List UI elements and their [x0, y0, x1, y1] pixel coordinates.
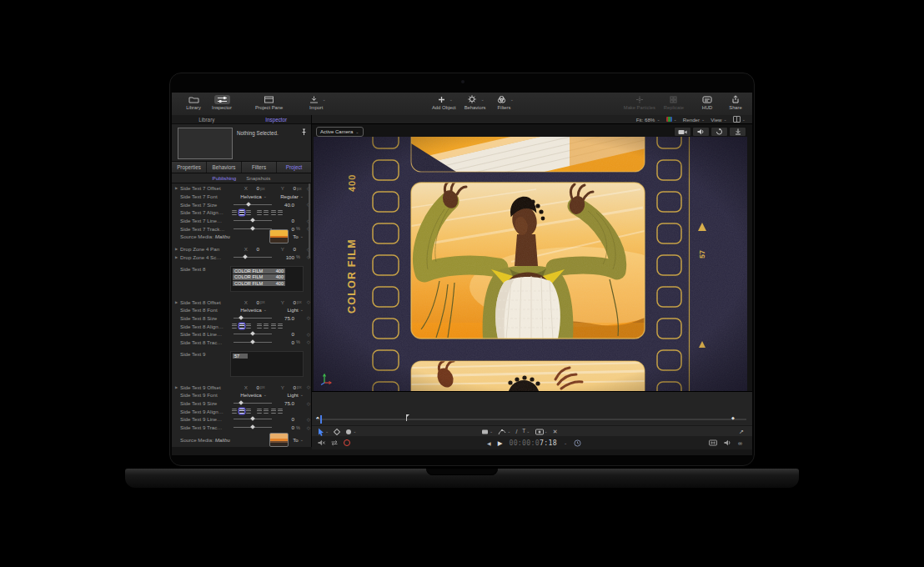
tab-behaviors[interactable]: Behaviors [207, 162, 242, 173]
font-weight-dropdown[interactable]: Light⌄ [267, 392, 304, 398]
timeline-track[interactable] [317, 419, 746, 420]
tab-properties[interactable]: Properties [172, 162, 207, 173]
download-button[interactable] [729, 127, 746, 137]
timecode-menu-chevron[interactable]: ⌄ [564, 441, 567, 445]
timecode-display[interactable]: 00:00:07:18 [509, 439, 557, 447]
keyframe-diamond[interactable]: ◇ [307, 339, 310, 344]
parameter-row[interactable]: Side Text 7 Align… [172, 208, 312, 217]
pin-icon[interactable] [301, 128, 307, 136]
camera-select-menu[interactable]: Active Camera⌄ [316, 127, 364, 137]
slider-value-field[interactable]: 0 [276, 339, 294, 345]
filters-button[interactable]: ⌄ Filters [494, 94, 514, 110]
tab-inspector[interactable]: Inspector [242, 117, 312, 123]
library-button[interactable]: Library [183, 94, 203, 110]
font-family-dropdown[interactable]: Helvetica⌄ [230, 307, 267, 313]
slider-knob[interactable] [250, 331, 255, 336]
slider[interactable] [234, 220, 272, 221]
parameter-row[interactable]: Side Text 9 Trac… 0 % [172, 424, 312, 432]
slider-knob[interactable] [247, 202, 252, 207]
align-right-icon[interactable] [246, 324, 251, 329]
parameter-row[interactable]: ▶ Side Text 7 Offset X0px Y0px [172, 184, 312, 193]
justify-last-right-icon[interactable] [271, 210, 276, 215]
parameter-row[interactable]: Side Text 9 Size 75.0 [172, 399, 312, 408]
parameter-row[interactable]: Side Text 8 Align… [172, 322, 312, 330]
slider-value-field[interactable]: 75.0 [276, 315, 294, 321]
text-entry-box[interactable]: COLOR FILM400COLOR FILM400COLOR FILM400 [230, 266, 304, 292]
align-center-icon[interactable] [239, 409, 244, 414]
delete-points-tool[interactable]: ✕ [553, 429, 558, 435]
parameter-row[interactable]: Side Text 7 Font Helvetica⌄ Regular⌄ [172, 193, 312, 201]
media-target-dropdown[interactable]: To⌄ [293, 437, 304, 443]
tab-library[interactable]: Library [172, 117, 242, 123]
render-dropdown[interactable]: Render⌄ [683, 117, 706, 123]
slider-value-field[interactable]: 75.0 [276, 400, 294, 406]
align-center-icon[interactable] [239, 210, 244, 215]
camera-orbit-tool[interactable]: ⌄ [345, 429, 356, 435]
loop-refresh-button[interactable] [711, 127, 728, 137]
slider[interactable] [234, 318, 272, 319]
align-center-icon[interactable] [239, 324, 244, 329]
parameter-row[interactable]: ▶ Drop Zone 4 Sc… 100 % [172, 253, 312, 262]
slider-knob[interactable] [250, 417, 255, 422]
slider[interactable] [234, 342, 272, 343]
parameter-row[interactable]: Side Text 8 Line… 0 [172, 330, 312, 339]
expand-timeline-icon[interactable]: ↗ [739, 429, 744, 435]
audio-button[interactable] [724, 439, 731, 446]
audio-button[interactable] [692, 127, 710, 137]
x-value-field[interactable]: 0 [249, 185, 259, 191]
slider-value-field[interactable]: 0 [276, 218, 294, 223]
justify-last-center-icon[interactable] [264, 210, 269, 215]
frame-browser-button[interactable] [709, 439, 717, 446]
previous-frame-button[interactable]: ◀ [487, 440, 491, 446]
text-entry-box[interactable]: 57 [230, 351, 304, 377]
adjust-anchor-tool[interactable] [334, 429, 340, 435]
tab-project[interactable]: Project [277, 162, 311, 173]
y-value-field[interactable]: 0 [286, 246, 296, 252]
project-pane-button[interactable]: Project Pane [255, 94, 283, 110]
camera-button[interactable] [674, 127, 691, 137]
parameter-row[interactable]: Side Text 9 Font Helvetica⌄ Light⌄ [172, 391, 312, 399]
slider[interactable] [234, 257, 272, 258]
align-left-icon[interactable] [232, 324, 237, 329]
hud-button[interactable]: HUD [697, 94, 717, 110]
media-thumbnail[interactable] [269, 229, 289, 243]
timeline-out-marker[interactable]: ◆ [731, 415, 735, 420]
slider-knob[interactable] [239, 400, 244, 405]
timeline-flag-marker[interactable] [406, 414, 407, 421]
mute-audio-button[interactable] [318, 439, 325, 446]
align-left-icon[interactable] [232, 210, 237, 215]
justify-all-icon[interactable] [278, 409, 283, 414]
parameter-row[interactable]: Side Text 8 [172, 265, 312, 294]
play-button[interactable]: ▶ [498, 439, 503, 447]
slider-knob[interactable] [243, 254, 248, 259]
slider[interactable] [234, 403, 272, 404]
view-dropdown[interactable]: View⌄ [711, 117, 727, 123]
slider-value-field[interactable]: 100 [276, 254, 294, 260]
layout-dropdown[interactable]: ⌄ [733, 116, 746, 123]
slider-knob[interactable] [239, 315, 244, 320]
inspector-scrollbar[interactable] [309, 183, 310, 258]
subtab-snapshots[interactable]: Snapshots [246, 175, 270, 181]
slider-value-field[interactable]: 40.0 [276, 202, 294, 208]
justify-last-left-icon[interactable] [257, 324, 262, 329]
parameter-row[interactable]: Side Text 8 Size 75.0 [172, 314, 312, 323]
x-value-field[interactable]: 0 [249, 299, 259, 305]
parameter-row[interactable]: ▶ Drop Zone 4 Pan X0 Y0 [172, 245, 312, 253]
keyframe-diamond[interactable]: ◇ [307, 401, 310, 406]
y-value-field[interactable]: 0 [286, 185, 296, 191]
parameter-row[interactable]: Source Media: Malibu [172, 435, 312, 444]
slider[interactable] [234, 427, 272, 428]
rectangle-tool[interactable]: ⌄ [481, 429, 493, 435]
inspector-button[interactable]: Inspector [212, 94, 232, 110]
justify-all-icon[interactable] [278, 324, 283, 329]
x-value-field[interactable]: 0 [249, 384, 259, 390]
justify-last-left-icon[interactable] [257, 409, 262, 414]
font-weight-dropdown[interactable]: Light⌄ [267, 307, 304, 313]
justify-last-center-icon[interactable] [264, 409, 269, 414]
record-button[interactable] [344, 439, 350, 446]
fit-zoom-control[interactable]: Fit: 68%⌄ [636, 117, 660, 123]
justify-last-right-icon[interactable] [271, 409, 276, 414]
keyframe-diamond[interactable]: ◇ [307, 417, 310, 422]
slider-knob[interactable] [250, 424, 255, 429]
media-target-dropdown[interactable]: To⌄ [293, 233, 304, 239]
